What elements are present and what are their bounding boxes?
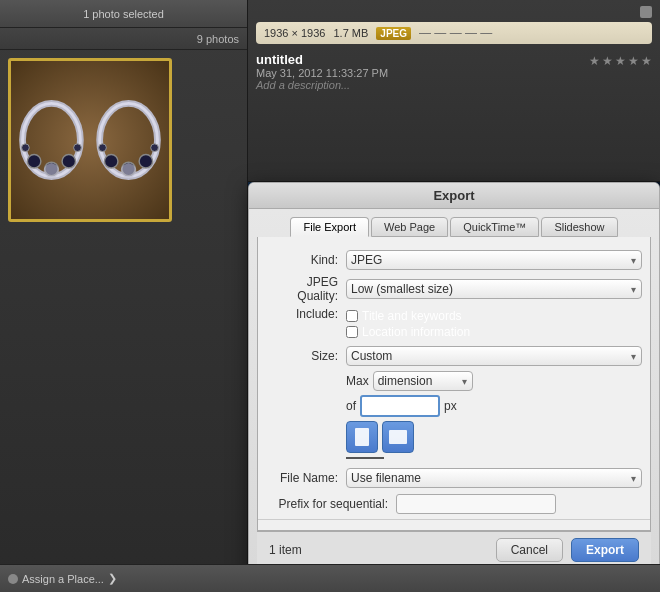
export-button[interactable]: Export bbox=[571, 538, 639, 562]
svg-point-15 bbox=[151, 144, 159, 152]
format-badge: JPEG bbox=[376, 27, 411, 40]
svg-point-7 bbox=[22, 144, 30, 152]
svg-point-8 bbox=[74, 144, 82, 152]
filename-select-wrapper: Use filename Sequential Use title bbox=[346, 468, 642, 488]
dialog-titlebar: Export bbox=[249, 183, 659, 209]
svg-point-11 bbox=[104, 154, 117, 167]
star-1[interactable]: ★ bbox=[589, 54, 600, 68]
resize-handle[interactable] bbox=[640, 6, 652, 18]
size-label: Size: bbox=[266, 349, 346, 363]
prefix-control bbox=[396, 494, 642, 514]
prefix-label: Prefix for sequential: bbox=[266, 497, 396, 511]
include-title-row: Title and keywords bbox=[346, 309, 642, 323]
photo-thumbnail[interactable] bbox=[8, 58, 172, 222]
filename-row: File Name: Use filename Sequential Use t… bbox=[266, 467, 642, 489]
assign-place-bar: Assign a Place... ❯ bbox=[0, 564, 660, 592]
size-select-wrapper: Custom Full Size Large (1024) Medium (64… bbox=[346, 346, 642, 366]
kind-control: JPEG TIFF PNG bbox=[346, 250, 642, 270]
of-label: of bbox=[346, 399, 356, 413]
star-3[interactable]: ★ bbox=[615, 54, 626, 68]
divider bbox=[258, 519, 650, 520]
photo-count-bar: 9 photos bbox=[0, 28, 247, 50]
px-input[interactable]: 660 bbox=[360, 395, 440, 417]
image-size: 1.7 MB bbox=[333, 27, 368, 39]
left-panel: 1 photo selected 9 photos bbox=[0, 0, 248, 592]
tab-file-export[interactable]: File Export bbox=[290, 217, 369, 237]
dialog-body: Kind: JPEG TIFF PNG JPEG Quality: Low (s… bbox=[257, 237, 651, 531]
include-label: Include: bbox=[266, 307, 346, 321]
include-location-checkbox[interactable] bbox=[346, 326, 358, 338]
svg-point-4 bbox=[27, 154, 40, 167]
filename-label: File Name: bbox=[266, 471, 346, 485]
kind-row: Kind: JPEG TIFF PNG bbox=[266, 249, 642, 271]
tab-quicktime[interactable]: QuickTime™ bbox=[450, 217, 539, 237]
star-4[interactable]: ★ bbox=[628, 54, 639, 68]
size-select[interactable]: Custom Full Size Large (1024) Medium (64… bbox=[346, 346, 642, 366]
kind-select[interactable]: JPEG TIFF PNG bbox=[346, 250, 642, 270]
svg-rect-16 bbox=[355, 428, 369, 446]
selection-label: 1 photo selected bbox=[83, 8, 164, 20]
photo-title-section: untitled May 31, 2012 11:33:27 PM Add a … bbox=[248, 48, 660, 95]
image-dimensions: 1936 × 1936 bbox=[264, 27, 325, 39]
export-dialog: Export File Export Web Page QuickTime™ S… bbox=[248, 182, 660, 592]
orientation-buttons bbox=[346, 421, 642, 453]
prefix-input[interactable] bbox=[396, 494, 556, 514]
tab-web-page[interactable]: Web Page bbox=[371, 217, 448, 237]
photo-title: untitled bbox=[256, 52, 388, 67]
photo-description[interactable]: Add a description... bbox=[256, 79, 388, 91]
cancel-button[interactable]: Cancel bbox=[496, 538, 563, 562]
prefix-row: Prefix for sequential: bbox=[266, 493, 642, 515]
photo-count: 9 photos bbox=[197, 33, 239, 45]
quality-row: JPEG Quality: Low (smallest size) Medium… bbox=[266, 275, 642, 303]
assign-place-label[interactable]: Assign a Place... bbox=[22, 573, 104, 585]
landscape-button[interactable] bbox=[382, 421, 414, 453]
photo-grid bbox=[0, 50, 247, 230]
svg-rect-17 bbox=[389, 430, 407, 444]
info-dashes: — — — — — bbox=[419, 26, 492, 40]
assign-arrow-icon: ❯ bbox=[108, 572, 117, 585]
include-location-row: Location information bbox=[346, 325, 642, 339]
window-controls bbox=[248, 0, 660, 18]
include-title-checkbox[interactable] bbox=[346, 310, 358, 322]
landscape-icon bbox=[388, 429, 408, 445]
item-count: 1 item bbox=[269, 543, 302, 557]
quality-select-wrapper: Low (smallest size) Medium High Maximum bbox=[346, 279, 642, 299]
of-row: of 660 px bbox=[346, 395, 642, 417]
include-row: Include: Title and keywords Location inf… bbox=[266, 307, 642, 341]
star-5[interactable]: ★ bbox=[641, 54, 652, 68]
dialog-tabs: File Export Web Page QuickTime™ Slidesho… bbox=[249, 209, 659, 237]
include-location-label: Location information bbox=[362, 325, 470, 339]
assign-dot-icon bbox=[8, 574, 18, 584]
tab-slideshow[interactable]: Slideshow bbox=[541, 217, 617, 237]
quality-label: JPEG Quality: bbox=[266, 275, 346, 303]
portrait-button[interactable] bbox=[346, 421, 378, 453]
svg-rect-1 bbox=[11, 61, 169, 219]
right-info-panel: 1936 × 1936 1.7 MB JPEG — — — — — untitl… bbox=[248, 0, 660, 182]
footer-buttons: Cancel Export bbox=[496, 538, 639, 562]
selection-bar: 1 photo selected bbox=[0, 0, 247, 28]
star-2[interactable]: ★ bbox=[602, 54, 613, 68]
svg-point-13 bbox=[139, 154, 152, 167]
photo-date: May 31, 2012 11:33:27 PM bbox=[256, 67, 388, 79]
max-row: Max dimension width height bbox=[346, 371, 642, 391]
size-row: Size: Custom Full Size Large (1024) Medi… bbox=[266, 345, 642, 367]
filename-select[interactable]: Use filename Sequential Use title bbox=[346, 468, 642, 488]
dialog-footer: 1 item Cancel Export bbox=[257, 531, 651, 568]
quality-control: Low (smallest size) Medium High Maximum bbox=[346, 279, 642, 299]
star-rating[interactable]: ★ ★ ★ ★ ★ bbox=[589, 54, 652, 68]
svg-point-6 bbox=[62, 154, 75, 167]
kind-select-wrapper: JPEG TIFF PNG bbox=[346, 250, 642, 270]
image-info-bar: 1936 × 1936 1.7 MB JPEG — — — — — bbox=[256, 22, 652, 44]
orientation-underline bbox=[346, 457, 384, 459]
filename-control: Use filename Sequential Use title bbox=[346, 468, 642, 488]
quality-select[interactable]: Low (smallest size) Medium High Maximum bbox=[346, 279, 642, 299]
kind-label: Kind: bbox=[266, 253, 346, 267]
px-unit: px bbox=[444, 399, 457, 413]
svg-point-14 bbox=[99, 144, 107, 152]
portrait-icon bbox=[354, 427, 370, 447]
dialog-title: Export bbox=[433, 188, 474, 203]
include-control: Title and keywords Location information bbox=[346, 307, 642, 341]
dimension-select[interactable]: dimension width height bbox=[373, 371, 473, 391]
max-label: Max bbox=[346, 374, 369, 388]
dimension-select-wrapper: dimension width height bbox=[373, 371, 473, 391]
